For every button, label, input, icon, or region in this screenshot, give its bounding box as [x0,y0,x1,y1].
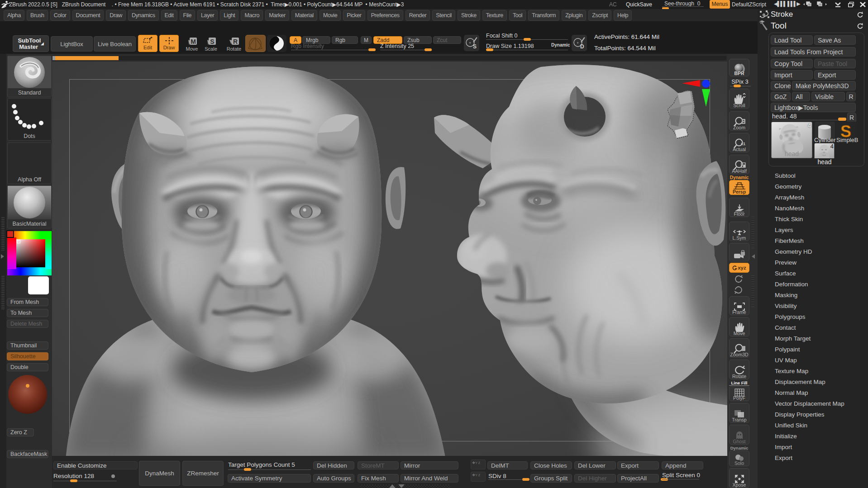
svg-text:S: S [473,43,477,50]
svg-text:M: M [191,38,196,45]
svg-text:D: D [580,43,584,50]
svg-text:+: + [577,41,579,45]
svg-text:R: R [233,38,238,45]
svg-text:+: + [469,41,471,45]
svg-text:S: S [210,38,214,45]
svg-text:x1: x1 [741,142,745,146]
